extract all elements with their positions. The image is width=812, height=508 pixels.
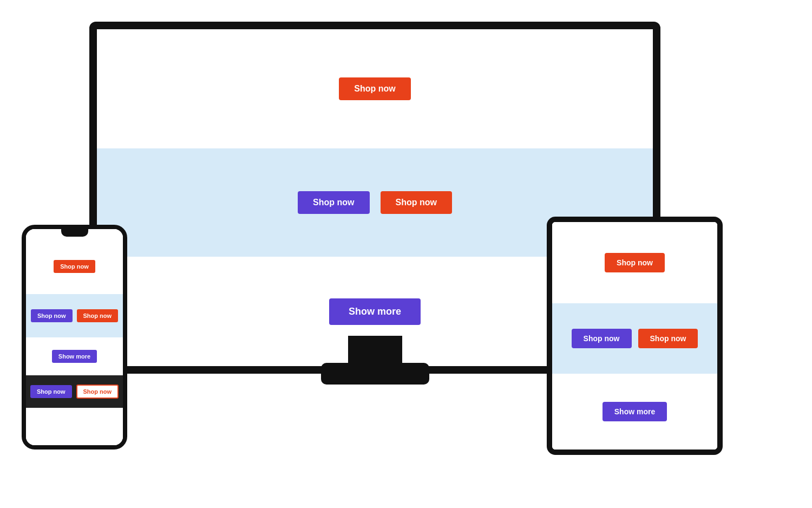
scene: Shop now Shop now Shop now Show more <box>0 0 812 508</box>
phone-dark-shop-now-blue-button[interactable]: Shop now <box>30 385 72 398</box>
tablet-mid-section: Shop now Shop now <box>552 303 717 374</box>
tablet-top-section: Shop now <box>552 222 717 303</box>
phone-shop-now-purple-button[interactable]: Shop now <box>31 309 73 322</box>
phone-shop-now-red-button[interactable]: Shop now <box>77 309 119 322</box>
tablet-wrapper: Shop now Shop now Shop now Show more <box>547 217 723 455</box>
phone-shop-now-button[interactable]: Shop now <box>54 260 95 273</box>
phone-wrapper: Shop now Shop now Shop now Show more Sho… <box>22 225 127 450</box>
phone-frame: Shop now Shop now Shop now Show more Sho… <box>22 225 127 450</box>
tablet-show-more-button[interactable]: Show more <box>603 402 667 421</box>
tablet-shop-now-button[interactable]: Shop now <box>605 253 665 272</box>
phone-bot-section: Show more <box>26 337 123 375</box>
phone-mid-section: Shop now Shop now <box>26 294 123 337</box>
monitor-shop-now-purple-button[interactable]: Shop now <box>298 191 369 214</box>
tablet-bot-section: Show more <box>552 374 717 450</box>
tablet-shop-now-red-button[interactable]: Shop now <box>638 329 698 348</box>
phone-bottom-white <box>26 408 123 445</box>
monitor-shop-now-red-button[interactable]: Shop now <box>381 191 452 214</box>
monitor-stand-base <box>321 363 429 385</box>
phone-show-more-button[interactable]: Show more <box>52 350 97 363</box>
phone-top-section: Shop now <box>26 229 123 294</box>
phone-dark-shop-now-white-button[interactable]: Shop now <box>76 385 119 399</box>
phone-dark-section: Shop now Shop now <box>26 375 123 408</box>
monitor-shop-now-button[interactable]: Shop now <box>339 77 410 100</box>
monitor-show-more-button[interactable]: Show more <box>329 298 421 325</box>
monitor-top-section: Shop now <box>97 29 653 148</box>
tablet-frame: Shop now Shop now Shop now Show more <box>547 217 723 455</box>
tablet-shop-now-purple-button[interactable]: Shop now <box>572 329 632 348</box>
phone-notch <box>61 229 88 237</box>
phone-screen: Shop now Shop now Shop now Show more Sho… <box>26 229 123 445</box>
tablet-screen: Shop now Shop now Shop now Show more <box>552 222 717 450</box>
